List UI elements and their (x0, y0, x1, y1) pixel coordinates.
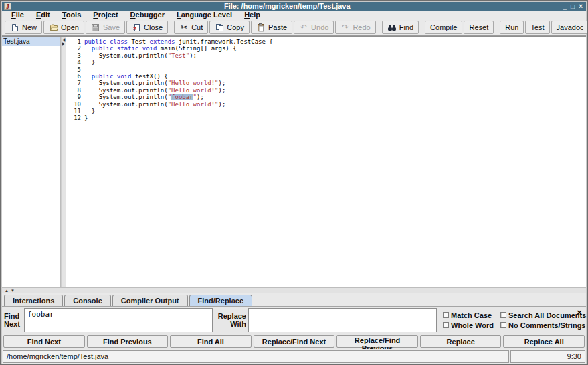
main-area: Test.java ◀ ▶ 1public class Test extends… (2, 36, 586, 287)
toolbar-button-label: New (22, 23, 37, 31)
code-line: 10 System.out.println("Hello world!"); (68, 101, 586, 108)
toolbar-group: Find (382, 21, 419, 34)
toolbar-button-label: Open (61, 23, 79, 31)
code-text: } (84, 59, 95, 66)
paste-button[interactable]: Paste (251, 21, 292, 34)
tab-bar: InteractionsConsoleCompiler OutputFind/R… (2, 293, 586, 307)
option-search-all-documents[interactable]: Search All Documents (500, 311, 586, 319)
menu-debugger[interactable]: Debugger (125, 11, 170, 19)
toolbar-button-label: Redo (353, 23, 370, 31)
collapse-down-icon[interactable]: ▼ (11, 289, 15, 293)
compile-button[interactable]: Compile (425, 21, 462, 34)
new-button[interactable]: New (5, 21, 42, 34)
find-next-label: Find Next (4, 308, 22, 332)
collapse-right-icon[interactable]: ▶ (62, 42, 66, 46)
code-editor[interactable]: 1public class Test extends junit.framewo… (66, 37, 586, 287)
toolbar-button-label: Close (144, 23, 163, 31)
copy-icon (215, 23, 224, 32)
toolbar-button-label: Compile (430, 23, 457, 31)
find-all-button[interactable]: Find All (170, 335, 252, 348)
replace-all-button[interactable]: Replace All (503, 335, 585, 348)
status-caret-position: 9:30 (510, 350, 585, 363)
code-text: public void testX() { (84, 73, 168, 80)
menu-bar: FileEditToolsProjectDebuggerLanguage Lev… (2, 11, 586, 19)
line-number: 1 (68, 38, 81, 45)
reset-button[interactable]: Reset (464, 21, 494, 34)
code-line: 2 public static void main(String[] args)… (68, 45, 586, 52)
line-number: 9 (68, 94, 81, 100)
close-button[interactable]: Close (126, 21, 168, 34)
tab-find-replace[interactable]: Find/Replace (189, 295, 252, 306)
checkbox-icon[interactable] (443, 322, 449, 328)
maximize-icon[interactable]: □ (571, 3, 575, 10)
toolbar-button-label: Find (399, 23, 413, 31)
replace-input[interactable] (248, 308, 437, 332)
redo-button[interactable]: ↷Redo (335, 21, 375, 34)
option-no-comments-strings[interactable]: No Comments/Strings (500, 321, 586, 330)
line-number: 7 (68, 80, 81, 86)
option-match-case[interactable]: Match Case (443, 311, 494, 319)
menu-project[interactable]: Project (88, 11, 123, 19)
save-button[interactable]: Save (86, 21, 125, 34)
code-line: 5 (68, 66, 586, 73)
code-line: 12} (68, 115, 586, 121)
code-line: 7 System.out.println("Hello world!"); (68, 80, 586, 86)
redo-icon: ↷ (340, 23, 350, 32)
line-number: 4 (68, 59, 81, 66)
document-list: Test.java (2, 37, 61, 287)
line-number: 5 (68, 66, 81, 73)
test-button[interactable]: Test (525, 21, 549, 34)
vertical-splitter[interactable]: ◀ ▶ (61, 37, 66, 287)
collapse-up-icon[interactable]: ▲ (5, 289, 9, 293)
menu-language-level[interactable]: Language Level (171, 11, 237, 19)
menu-edit[interactable]: Edit (31, 11, 56, 19)
menu-file[interactable]: File (6, 11, 29, 19)
save-icon (91, 23, 100, 32)
code-text: System.out.println("Hello world!"); (84, 87, 225, 94)
checkbox-icon[interactable] (500, 322, 506, 328)
code-line: 8 System.out.println("Hello world!"); (68, 87, 586, 94)
replace-button[interactable]: Replace (420, 335, 502, 348)
find-next-button[interactable]: Find Next (3, 335, 85, 348)
minimize-icon[interactable]: _ (563, 3, 567, 10)
javadoc-button[interactable]: Javadoc (551, 21, 588, 34)
tab-interactions[interactable]: Interactions (4, 295, 63, 306)
find-replace-buttons: Find NextFind PreviousFind AllReplace/Fi… (2, 334, 586, 349)
drjava-window: J File: /home/mgricken/temp/Test.java _ … (0, 0, 588, 365)
open-button[interactable]: Open (43, 21, 84, 34)
undo-button[interactable]: ↶Undo (294, 21, 334, 34)
code-text: public static void main(String[] args) { (84, 45, 237, 52)
tab-console[interactable]: Console (64, 295, 110, 306)
tab-compiler-output[interactable]: Compiler Output (112, 295, 188, 306)
toolbar: NewOpenSaveClose✂CutCopyPaste↶Undo↷RedoF… (2, 19, 586, 36)
panel-close-icon[interactable]: × (575, 308, 584, 332)
selection-highlight: foobar (171, 94, 193, 100)
line-number: 2 (68, 45, 81, 52)
toolbar-group: ✂CutCopyPaste↶Undo↷Redo (174, 21, 376, 34)
option-label: Whole Word (451, 321, 494, 330)
toolbar-button-label: Cut (191, 23, 203, 31)
code-line: 3 System.out.println("Test"); (68, 52, 586, 59)
cut-button[interactable]: ✂Cut (174, 21, 208, 34)
run-button[interactable]: Run (500, 21, 524, 34)
menu-tools[interactable]: Tools (57, 11, 87, 19)
code-text: public class Test extends junit.framewor… (84, 38, 273, 45)
checkbox-icon[interactable] (443, 312, 449, 318)
close-document-icon (132, 23, 141, 32)
menu-help[interactable]: Help (239, 11, 266, 19)
horizontal-splitter[interactable]: ▲ ▼ (2, 287, 586, 293)
find-button[interactable]: Find (382, 21, 419, 34)
code-line: 6 public void testX() { (68, 73, 586, 80)
find-input[interactable]: foobar (24, 308, 213, 332)
close-icon[interactable]: × (579, 3, 583, 10)
code-line: 4 } (68, 59, 586, 66)
copy-button[interactable]: Copy (209, 21, 250, 34)
find-previous-button[interactable]: Find Previous (87, 335, 169, 348)
replace-find-next-button[interactable]: Replace/Find Next (254, 335, 335, 348)
replace-find-previous-button[interactable]: Replace/Find Previous (336, 335, 418, 348)
document-list-item[interactable]: Test.java (2, 37, 60, 46)
checkbox-icon[interactable] (500, 312, 506, 318)
replace-with-label: Replace With (215, 308, 246, 332)
option-whole-word[interactable]: Whole Word (443, 321, 494, 330)
status-bar: /home/mgricken/temp/Test.java 9:30 (2, 349, 586, 364)
